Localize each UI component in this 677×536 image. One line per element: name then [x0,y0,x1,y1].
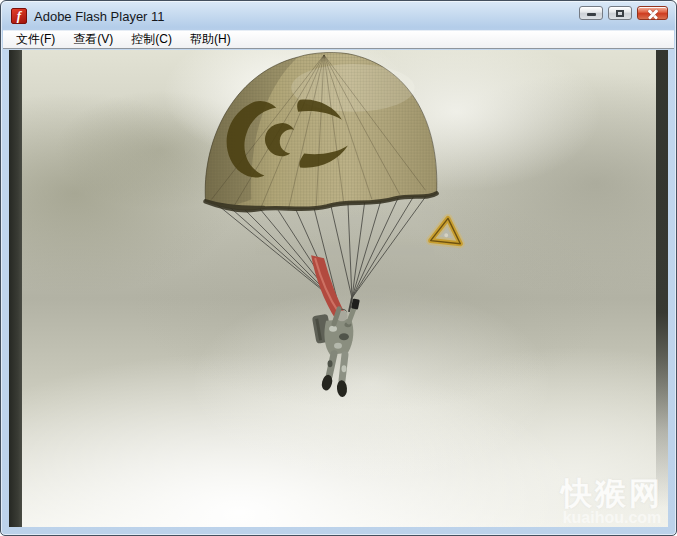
close-button[interactable] [637,6,668,20]
parachute-canopy [205,53,437,211]
window-title: Adobe Flash Player 11 [34,9,165,24]
minimize-button[interactable] [579,6,603,20]
game-scene [9,50,668,527]
menu-control[interactable]: 控制(C) [122,30,181,49]
minimize-icon [587,13,596,16]
window-controls [579,6,668,20]
flash-player-window: f Adobe Flash Player 11 文件(F) 查看(V) 控制(C… [0,0,677,536]
flash-icon[interactable]: f [11,8,27,24]
maximize-button[interactable] [608,6,632,20]
paratrooper [312,298,360,397]
menu-help[interactable]: 帮助(H) [181,30,240,49]
maximize-icon [616,10,624,17]
menu-file[interactable]: 文件(F) [7,30,64,49]
menu-bar: 文件(F) 查看(V) 控制(C) 帮助(H) [3,30,674,49]
triangle-pickup [431,217,463,244]
menu-view[interactable]: 查看(V) [64,30,122,49]
title-bar: f Adobe Flash Player 11 [2,2,675,30]
game-stage[interactable]: 快猴网 kuaihou.com [9,50,668,527]
